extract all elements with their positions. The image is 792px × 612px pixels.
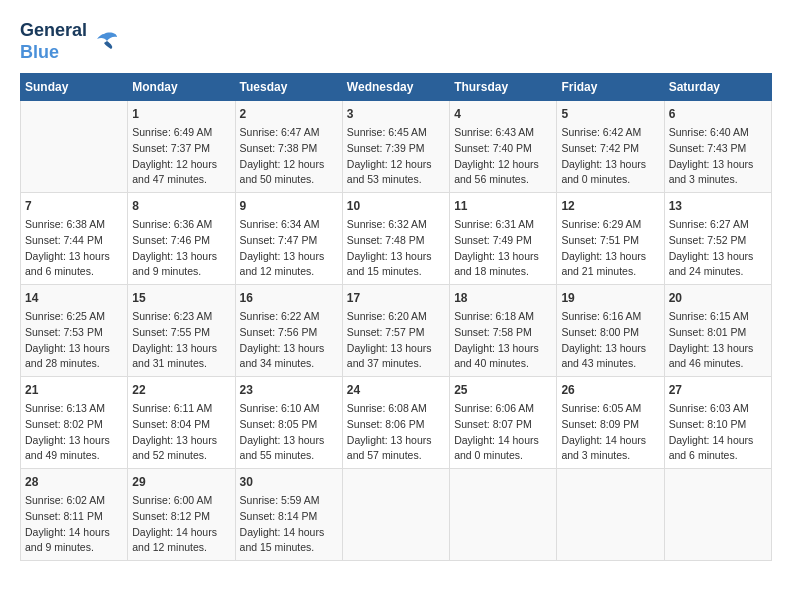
day-content: Sunrise: 6:45 AMSunset: 7:39 PMDaylight:…: [347, 125, 445, 188]
day-content: Sunrise: 6:29 AMSunset: 7:51 PMDaylight:…: [561, 217, 659, 280]
day-content: Sunrise: 6:10 AMSunset: 8:05 PMDaylight:…: [240, 401, 338, 464]
calendar-cell: 10Sunrise: 6:32 AMSunset: 7:48 PMDayligh…: [342, 193, 449, 285]
header-cell-tuesday: Tuesday: [235, 74, 342, 101]
day-number: 8: [132, 197, 230, 215]
header-cell-monday: Monday: [128, 74, 235, 101]
day-number: 10: [347, 197, 445, 215]
day-number: 9: [240, 197, 338, 215]
calendar-cell: 29Sunrise: 6:00 AMSunset: 8:12 PMDayligh…: [128, 469, 235, 561]
calendar-cell: 7Sunrise: 6:38 AMSunset: 7:44 PMDaylight…: [21, 193, 128, 285]
calendar-cell: 2Sunrise: 6:47 AMSunset: 7:38 PMDaylight…: [235, 101, 342, 193]
day-content: Sunrise: 6:47 AMSunset: 7:38 PMDaylight:…: [240, 125, 338, 188]
calendar-cell: [21, 101, 128, 193]
calendar-cell: 9Sunrise: 6:34 AMSunset: 7:47 PMDaylight…: [235, 193, 342, 285]
day-number: 16: [240, 289, 338, 307]
calendar-cell: 24Sunrise: 6:08 AMSunset: 8:06 PMDayligh…: [342, 377, 449, 469]
week-row-4: 28Sunrise: 6:02 AMSunset: 8:11 PMDayligh…: [21, 469, 772, 561]
day-content: Sunrise: 6:40 AMSunset: 7:43 PMDaylight:…: [669, 125, 767, 188]
calendar-cell: 30Sunrise: 5:59 AMSunset: 8:14 PMDayligh…: [235, 469, 342, 561]
day-content: Sunrise: 6:06 AMSunset: 8:07 PMDaylight:…: [454, 401, 552, 464]
day-content: Sunrise: 6:43 AMSunset: 7:40 PMDaylight:…: [454, 125, 552, 188]
calendar-cell: 1Sunrise: 6:49 AMSunset: 7:37 PMDaylight…: [128, 101, 235, 193]
day-number: 23: [240, 381, 338, 399]
calendar-cell: 18Sunrise: 6:18 AMSunset: 7:58 PMDayligh…: [450, 285, 557, 377]
day-content: Sunrise: 6:08 AMSunset: 8:06 PMDaylight:…: [347, 401, 445, 464]
calendar-cell: 21Sunrise: 6:13 AMSunset: 8:02 PMDayligh…: [21, 377, 128, 469]
calendar-table: SundayMondayTuesdayWednesdayThursdayFrid…: [20, 73, 772, 561]
calendar-cell: 8Sunrise: 6:36 AMSunset: 7:46 PMDaylight…: [128, 193, 235, 285]
day-number: 29: [132, 473, 230, 491]
week-row-3: 21Sunrise: 6:13 AMSunset: 8:02 PMDayligh…: [21, 377, 772, 469]
day-content: Sunrise: 6:20 AMSunset: 7:57 PMDaylight:…: [347, 309, 445, 372]
day-content: Sunrise: 6:34 AMSunset: 7:47 PMDaylight:…: [240, 217, 338, 280]
day-number: 2: [240, 105, 338, 123]
day-number: 1: [132, 105, 230, 123]
logo-bird-icon: [89, 29, 119, 54]
day-content: Sunrise: 6:02 AMSunset: 8:11 PMDaylight:…: [25, 493, 123, 556]
calendar-cell: 15Sunrise: 6:23 AMSunset: 7:55 PMDayligh…: [128, 285, 235, 377]
week-row-0: 1Sunrise: 6:49 AMSunset: 7:37 PMDaylight…: [21, 101, 772, 193]
day-content: Sunrise: 6:11 AMSunset: 8:04 PMDaylight:…: [132, 401, 230, 464]
logo-text: GeneralBlue: [20, 20, 87, 63]
calendar-cell: [450, 469, 557, 561]
day-number: 26: [561, 381, 659, 399]
calendar-cell: [342, 469, 449, 561]
day-number: 13: [669, 197, 767, 215]
day-content: Sunrise: 6:38 AMSunset: 7:44 PMDaylight:…: [25, 217, 123, 280]
calendar-cell: 27Sunrise: 6:03 AMSunset: 8:10 PMDayligh…: [664, 377, 771, 469]
calendar-header: SundayMondayTuesdayWednesdayThursdayFrid…: [21, 74, 772, 101]
week-row-1: 7Sunrise: 6:38 AMSunset: 7:44 PMDaylight…: [21, 193, 772, 285]
day-content: Sunrise: 6:18 AMSunset: 7:58 PMDaylight:…: [454, 309, 552, 372]
header-row: SundayMondayTuesdayWednesdayThursdayFrid…: [21, 74, 772, 101]
day-number: 21: [25, 381, 123, 399]
calendar-cell: 23Sunrise: 6:10 AMSunset: 8:05 PMDayligh…: [235, 377, 342, 469]
page-header: GeneralBlue: [20, 20, 772, 63]
logo: GeneralBlue: [20, 20, 119, 63]
calendar-body: 1Sunrise: 6:49 AMSunset: 7:37 PMDaylight…: [21, 101, 772, 561]
calendar-cell: 25Sunrise: 6:06 AMSunset: 8:07 PMDayligh…: [450, 377, 557, 469]
day-content: Sunrise: 6:15 AMSunset: 8:01 PMDaylight:…: [669, 309, 767, 372]
day-number: 5: [561, 105, 659, 123]
calendar-cell: 13Sunrise: 6:27 AMSunset: 7:52 PMDayligh…: [664, 193, 771, 285]
day-content: Sunrise: 6:13 AMSunset: 8:02 PMDaylight:…: [25, 401, 123, 464]
calendar-cell: 5Sunrise: 6:42 AMSunset: 7:42 PMDaylight…: [557, 101, 664, 193]
day-content: Sunrise: 6:03 AMSunset: 8:10 PMDaylight:…: [669, 401, 767, 464]
day-number: 28: [25, 473, 123, 491]
calendar-cell: 22Sunrise: 6:11 AMSunset: 8:04 PMDayligh…: [128, 377, 235, 469]
day-number: 11: [454, 197, 552, 215]
day-number: 14: [25, 289, 123, 307]
day-number: 7: [25, 197, 123, 215]
day-number: 6: [669, 105, 767, 123]
day-number: 24: [347, 381, 445, 399]
day-content: Sunrise: 6:25 AMSunset: 7:53 PMDaylight:…: [25, 309, 123, 372]
day-content: Sunrise: 6:00 AMSunset: 8:12 PMDaylight:…: [132, 493, 230, 556]
calendar-cell: 19Sunrise: 6:16 AMSunset: 8:00 PMDayligh…: [557, 285, 664, 377]
day-number: 22: [132, 381, 230, 399]
header-cell-sunday: Sunday: [21, 74, 128, 101]
calendar-cell: 17Sunrise: 6:20 AMSunset: 7:57 PMDayligh…: [342, 285, 449, 377]
day-number: 25: [454, 381, 552, 399]
day-content: Sunrise: 6:36 AMSunset: 7:46 PMDaylight:…: [132, 217, 230, 280]
day-number: 15: [132, 289, 230, 307]
day-number: 3: [347, 105, 445, 123]
calendar-cell: 11Sunrise: 6:31 AMSunset: 7:49 PMDayligh…: [450, 193, 557, 285]
day-number: 12: [561, 197, 659, 215]
calendar-cell: [557, 469, 664, 561]
day-content: Sunrise: 6:31 AMSunset: 7:49 PMDaylight:…: [454, 217, 552, 280]
day-content: Sunrise: 5:59 AMSunset: 8:14 PMDaylight:…: [240, 493, 338, 556]
header-cell-friday: Friday: [557, 74, 664, 101]
day-number: 4: [454, 105, 552, 123]
header-cell-wednesday: Wednesday: [342, 74, 449, 101]
calendar-cell: 20Sunrise: 6:15 AMSunset: 8:01 PMDayligh…: [664, 285, 771, 377]
calendar-cell: 6Sunrise: 6:40 AMSunset: 7:43 PMDaylight…: [664, 101, 771, 193]
day-content: Sunrise: 6:32 AMSunset: 7:48 PMDaylight:…: [347, 217, 445, 280]
calendar-cell: 12Sunrise: 6:29 AMSunset: 7:51 PMDayligh…: [557, 193, 664, 285]
day-number: 20: [669, 289, 767, 307]
week-row-2: 14Sunrise: 6:25 AMSunset: 7:53 PMDayligh…: [21, 285, 772, 377]
calendar-cell: 4Sunrise: 6:43 AMSunset: 7:40 PMDaylight…: [450, 101, 557, 193]
header-cell-thursday: Thursday: [450, 74, 557, 101]
header-cell-saturday: Saturday: [664, 74, 771, 101]
day-number: 27: [669, 381, 767, 399]
calendar-cell: 14Sunrise: 6:25 AMSunset: 7:53 PMDayligh…: [21, 285, 128, 377]
day-content: Sunrise: 6:05 AMSunset: 8:09 PMDaylight:…: [561, 401, 659, 464]
